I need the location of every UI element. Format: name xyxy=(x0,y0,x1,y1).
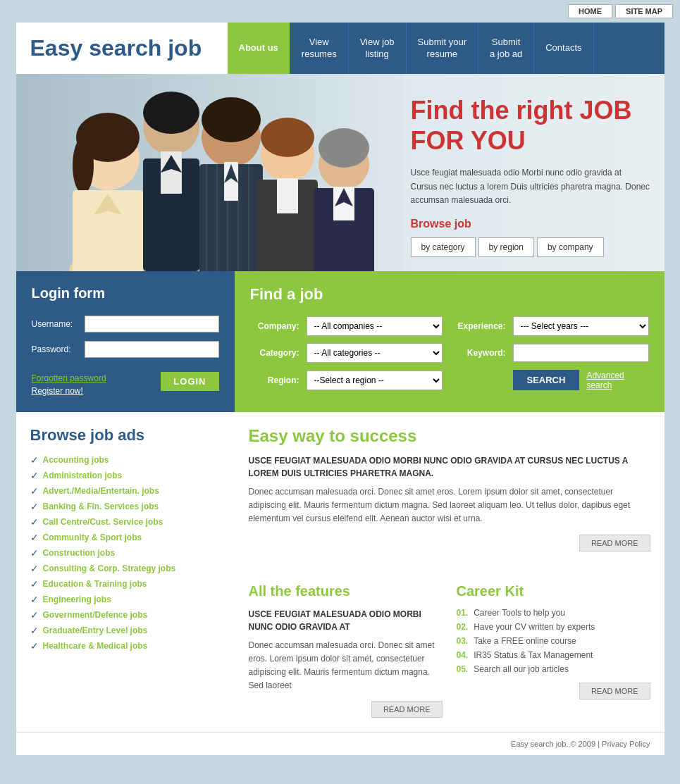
job-link[interactable]: Call Centre/Cust. Service jobs xyxy=(43,517,163,527)
browse-by-company[interactable]: by company xyxy=(537,237,604,257)
right-column: Easy way to success USCE FEUGIAT MALESUA… xyxy=(249,426,650,718)
check-icon: ✓ xyxy=(30,501,39,512)
nav-contacts[interactable]: Contacts xyxy=(534,23,593,74)
check-icon: ✓ xyxy=(30,563,39,574)
hero-section: Find the right JOBFOR YOU Usce feugiat m… xyxy=(16,74,664,271)
company-select-wrap: -- All companies -- xyxy=(307,316,443,336)
login-title: Login form xyxy=(32,285,219,301)
job-list: ✓ Accounting jobs ✓ Administration jobs … xyxy=(30,454,228,652)
check-icon: ✓ xyxy=(30,640,39,652)
job-link[interactable]: Advert./Media/Entertain. jobs xyxy=(43,486,159,496)
job-link[interactable]: Engineering jobs xyxy=(43,595,111,604)
login-bottom: Forgotten password Register now! LOGIN xyxy=(32,366,219,396)
career-item-text: Have your CV written by experts xyxy=(474,622,595,632)
nav-resumes[interactable]: Viewresumes xyxy=(290,23,349,74)
browse-by-category[interactable]: by category xyxy=(411,237,476,257)
check-icon: ✓ xyxy=(30,516,39,528)
career-item-text: Search all our job articles xyxy=(474,664,569,674)
hero-description: Usce feugiat malesuada odio Morbi nunc o… xyxy=(411,166,650,207)
career-num: 04. xyxy=(457,650,469,660)
category-select[interactable]: -- All categories -- xyxy=(307,343,443,363)
all-features-body: Donec accumsan malesuada orci. Donec sit… xyxy=(249,639,443,693)
career-kit-item: 02. Have your CV written by experts xyxy=(457,622,650,632)
features-row: All the features USCE FEUGIAT MALESUADA … xyxy=(249,583,650,718)
check-icon: ✓ xyxy=(30,594,39,605)
nav-job-listing[interactable]: View joblisting xyxy=(349,23,407,74)
job-link[interactable]: Consulting & Corp. Strategy jobs xyxy=(43,564,176,573)
list-item: ✓ Accounting jobs xyxy=(30,454,228,466)
browse-jobs-title: Browse job ads xyxy=(30,426,228,444)
svg-point-11 xyxy=(143,92,199,134)
browse-by-region[interactable]: by region xyxy=(478,237,534,257)
job-link[interactable]: Community & Sport jobs xyxy=(43,533,142,542)
bottom-section: Browse job ads ✓ Accounting jobs ✓ Admin… xyxy=(16,412,664,732)
login-find-section: Login form Username: Password: Forgotten… xyxy=(16,271,664,412)
career-item-text: Take a FREE online course xyxy=(474,636,576,646)
company-select[interactable]: -- All companies -- xyxy=(307,316,443,336)
hero-content: Find the right JOBFOR YOU Usce feugiat m… xyxy=(404,74,664,271)
svg-rect-29 xyxy=(277,178,298,213)
home-button[interactable]: HOME xyxy=(568,4,612,18)
job-link[interactable]: Banking & Fin. Services jobs xyxy=(43,502,159,511)
password-input[interactable] xyxy=(85,341,219,358)
username-input[interactable] xyxy=(85,316,219,332)
region-select-wrap: --Select a region -- xyxy=(307,371,443,390)
hero-title: Find the right JOBFOR YOU xyxy=(411,95,650,156)
keyword-input[interactable] xyxy=(513,344,649,362)
nav-submit-resume[interactable]: Submit yourresume xyxy=(407,23,478,74)
region-label: Region: xyxy=(250,375,299,385)
header: Easy search job About us Viewresumes Vie… xyxy=(16,23,664,74)
region-select[interactable]: --Select a region -- xyxy=(307,371,443,390)
advanced-search-link[interactable]: Advanced search xyxy=(586,371,648,390)
job-link[interactable]: Graduate/Entry Level jobs xyxy=(43,626,148,635)
job-link[interactable]: Construction jobs xyxy=(43,548,116,558)
easy-way-read-more[interactable]: READ MORE xyxy=(579,535,650,552)
find-form-fields: Company: -- All companies -- Experience:… xyxy=(250,316,649,390)
login-button[interactable]: LOGIN xyxy=(161,372,218,391)
footer: Easy search job. © 2009 | Privacy Policy xyxy=(16,732,664,755)
list-item: ✓ Community & Sport jobs xyxy=(30,532,228,543)
list-item: ✓ Healthcare & Medical jobs xyxy=(30,640,228,652)
job-link[interactable]: Accounting jobs xyxy=(43,455,109,465)
career-item-text: Career Tools to help you xyxy=(474,608,565,618)
sitemap-button[interactable]: SITE MAP xyxy=(615,4,673,18)
username-row: Username: xyxy=(32,316,219,332)
job-link[interactable]: Education & Training jobs xyxy=(43,579,147,589)
region-search-row: Region: --Select a region -- SEARCH Adva… xyxy=(250,370,649,390)
all-features-read-more[interactable]: READ MORE xyxy=(371,701,443,718)
career-kit-item: 01. Career Tools to help you xyxy=(457,608,650,618)
list-item: ✓ Administration jobs xyxy=(30,470,228,481)
list-item: ✓ Banking & Fin. Services jobs xyxy=(30,501,228,512)
career-kit-read-more[interactable]: READ MORE xyxy=(579,683,650,699)
keyword-input-wrap xyxy=(513,344,649,362)
search-button[interactable]: SEARCH xyxy=(513,370,580,390)
hero-image xyxy=(16,74,404,271)
svg-point-31 xyxy=(319,128,369,168)
all-features-subtitle: USCE FEUGIAT MALESUADA ODIO MORBI NUNC O… xyxy=(249,608,443,633)
experience-label: Experience: xyxy=(450,321,506,331)
easy-way-section: Easy way to success USCE FEUGIAT MALESUA… xyxy=(249,426,650,552)
forgotten-password-link[interactable]: Forgotten password xyxy=(32,373,106,383)
career-kit-col: Career Kit 01. Career Tools to help you … xyxy=(457,583,650,718)
keyword-label: Keyword: xyxy=(450,348,506,358)
svg-point-27 xyxy=(261,118,314,157)
top-bar: HOME SITE MAP xyxy=(0,0,680,23)
job-link[interactable]: Administration jobs xyxy=(43,471,123,480)
company-label: Company: xyxy=(250,321,299,331)
job-link[interactable]: Healthcare & Medical jobs xyxy=(43,641,148,651)
experience-select[interactable]: --- Select years --- xyxy=(513,316,649,336)
list-item: ✓ Graduate/Entry Level jobs xyxy=(30,625,228,636)
job-link[interactable]: Government/Defence jobs xyxy=(43,610,148,620)
list-item: ✓ Consulting & Corp. Strategy jobs xyxy=(30,563,228,574)
find-job-form: Find a job Company: -- All companies -- … xyxy=(235,271,664,412)
find-job-title: Find a job xyxy=(250,285,649,304)
check-icon: ✓ xyxy=(30,485,39,497)
career-kit-title: Career Kit xyxy=(457,583,650,599)
login-form: Login form Username: Password: Forgotten… xyxy=(16,271,235,412)
category-label: Category: xyxy=(250,348,299,358)
register-link[interactable]: Register now! xyxy=(32,386,106,396)
nav-job-ad[interactable]: Submita job ad xyxy=(478,23,534,74)
footer-text: Easy search job. © 2009 | Privacy Policy xyxy=(511,740,650,748)
nav-about[interactable]: About us xyxy=(228,23,290,74)
logo-text: Easy search job xyxy=(30,35,214,61)
